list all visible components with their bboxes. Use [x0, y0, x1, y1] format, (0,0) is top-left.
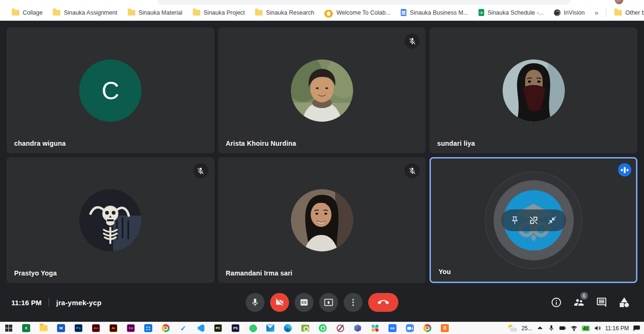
participant-name: You	[438, 268, 451, 276]
chrome-2-taskbar-button[interactable]	[419, 322, 436, 334]
check-icon: ✓	[180, 324, 186, 333]
browser-top-strip	[0, 0, 644, 5]
bookmark-sinauka-material[interactable]: Sinauka Material	[123, 7, 188, 19]
excel-taskbar-button[interactable]: X	[17, 322, 35, 334]
file-explorer-taskbar-button[interactable]	[35, 322, 52, 334]
collapse-icon[interactable]	[547, 216, 557, 225]
participant-tile-chandra[interactable]: C chandra wiguna	[7, 27, 215, 153]
pen-tool-taskbar-button[interactable]	[331, 322, 349, 334]
design-app-taskbar-button[interactable]	[366, 322, 384, 334]
start-button[interactable]	[0, 322, 17, 334]
edge-icon	[284, 324, 292, 332]
calendar-icon	[144, 324, 152, 332]
participant-name: Arista Khoiru Nurdina	[226, 140, 297, 147]
avatar	[503, 59, 565, 122]
bookmark-collage[interactable]: Collage	[7, 7, 48, 19]
action-center-icon[interactable]	[633, 325, 640, 332]
activities-icon	[619, 297, 630, 308]
mic-button[interactable]	[246, 293, 264, 312]
browser-profile-avatar[interactable]	[615, 0, 623, 4]
bookmark-sinauka-assignment[interactable]: Sinauka Assignment	[48, 7, 122, 19]
participant-tile-prastyo[interactable]: Prastyo Yoga	[7, 157, 215, 283]
folder-icon	[614, 10, 622, 16]
oc-app-taskbar-button[interactable]: oc	[384, 322, 401, 334]
chat-button[interactable]	[596, 297, 607, 308]
participant-tile-you[interactable]: You	[429, 157, 637, 283]
bookmark-welcome-to-colab[interactable]: Welcome To Colab...	[319, 7, 396, 19]
animate-taskbar-button[interactable]: An	[87, 322, 105, 334]
meeting-details[interactable]: 11:16 PM jra-ymek-ycp	[11, 298, 101, 307]
camera-emulator-taskbar-button[interactable]	[297, 322, 314, 334]
photoshop-taskbar-button[interactable]: Ps	[70, 322, 87, 334]
animate-icon: An	[92, 324, 100, 332]
google-docs-icon	[401, 9, 406, 16]
mail-taskbar-button[interactable]	[262, 322, 279, 334]
other-bookmarks-label: Other bookmarks	[625, 9, 644, 16]
calendar-taskbar-button[interactable]	[140, 322, 157, 334]
tray-chevron-up-icon[interactable]	[537, 325, 544, 332]
bookmarks-overflow-chevron[interactable]: »	[590, 8, 603, 17]
more-options-button[interactable]	[344, 293, 363, 312]
pin-icon[interactable]	[510, 216, 520, 225]
camera-off-button[interactable]	[270, 293, 289, 312]
vscode-taskbar-button[interactable]	[192, 322, 209, 334]
info-icon	[551, 297, 562, 308]
pycharm-taskbar-button[interactable]: PC	[209, 322, 227, 334]
adobe-xd-taskbar-button[interactable]: Xd	[122, 322, 140, 334]
photoshop-icon: Ps	[74, 324, 83, 332]
participant-name: Prastyo Yoga	[14, 269, 57, 277]
bookmark-label: Sinauka Assignment	[64, 9, 117, 16]
participants-grid: C chandra wiguna	[7, 27, 637, 283]
windows-taskbar: X W Ps An Ai Xd ✓ PC PS oc X 25... 40 11…	[0, 322, 644, 334]
participant-tile-arista[interactable]: Arista Khoiru Nurdina	[218, 27, 426, 153]
tray-mic-icon[interactable]	[548, 325, 555, 332]
participants-button[interactable]: 6	[573, 297, 585, 308]
activities-button[interactable]	[619, 297, 630, 308]
bookmark-sinauka-business[interactable]: Sinauka Business M...	[396, 7, 473, 19]
participant-tile-ramandani[interactable]: Ramandani Irma sari	[218, 157, 426, 283]
bookmark-sinauka-schedule[interactable]: Sinauka Schedule -...	[473, 7, 549, 19]
present-button[interactable]	[319, 293, 338, 312]
participant-tile-sundari[interactable]: sundari liya	[429, 27, 637, 153]
captions-button[interactable]	[295, 293, 314, 312]
excel-icon: X	[22, 324, 30, 332]
bookmark-label: Sinauka Schedule -...	[487, 9, 544, 16]
meeting-details-button[interactable]	[551, 297, 562, 308]
globe-icon	[554, 9, 561, 16]
letter-avatar: C	[79, 59, 141, 122]
weather-temp[interactable]: 25...	[521, 325, 532, 332]
chrome-icon	[162, 324, 170, 332]
todo-taskbar-button[interactable]: ✓	[174, 322, 192, 334]
illustrator-taskbar-button[interactable]: Ai	[105, 322, 122, 334]
bookmark-sinauka-project[interactable]: Sinauka Project	[188, 7, 250, 19]
more-vert-icon	[348, 298, 358, 307]
bookmark-label: Welcome To Colab...	[336, 9, 390, 16]
bookmark-sinauka-research[interactable]: Sinauka Research	[250, 7, 319, 19]
xampp-taskbar-button[interactable]: X	[436, 322, 454, 334]
meet-bottom-bar: 11:16 PM jra-ymek-ycp	[0, 283, 644, 322]
bookmarks-bar: Collage Sinauka Assignment Sinauka Mater…	[0, 5, 644, 21]
leave-call-button[interactable]	[368, 293, 398, 312]
whatsapp-taskbar-button[interactable]	[314, 322, 331, 334]
folder-icon	[128, 10, 135, 16]
whatsapp-icon	[319, 324, 327, 332]
unpin-layout-icon[interactable]	[529, 216, 538, 225]
edge-taskbar-button[interactable]	[279, 322, 297, 334]
tray-battery-icon[interactable]	[559, 325, 566, 332]
android-taskbar-button[interactable]	[244, 322, 262, 334]
closed-captions-icon	[299, 298, 309, 307]
other-bookmarks-button[interactable]: Other bookmarks	[609, 7, 644, 19]
word-taskbar-button[interactable]: W	[52, 322, 70, 334]
battery-percent-badge[interactable]: 40	[582, 326, 589, 331]
chrome-taskbar-button[interactable]	[157, 322, 174, 334]
hexagon-app-taskbar-button[interactable]	[349, 322, 366, 334]
taskbar-clock[interactable]: 11:16 PM	[605, 325, 629, 332]
bookmarks-separator	[606, 8, 606, 17]
pycharm-icon: PC	[214, 324, 222, 332]
phpstorm-taskbar-button[interactable]: PS	[227, 322, 244, 334]
tray-wifi-icon[interactable]	[570, 325, 578, 332]
bookmark-invision[interactable]: InVision	[549, 7, 590, 19]
weather-icon[interactable]	[508, 325, 517, 332]
zoom-taskbar-button[interactable]	[401, 322, 419, 334]
tray-volume-icon[interactable]	[594, 325, 601, 332]
